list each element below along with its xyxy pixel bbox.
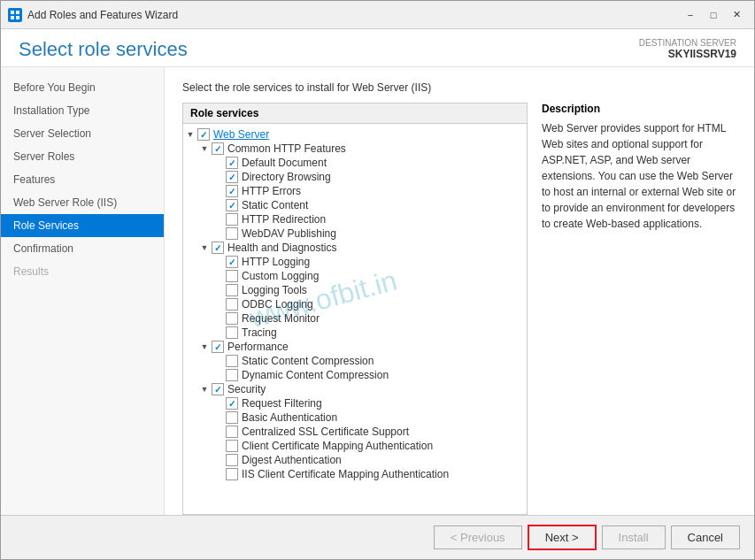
previous-button[interactable]: < Previous (434, 525, 522, 549)
tree-node[interactable]: HTTP Redirection (183, 212, 527, 226)
description-pane: Description Web Server provides support … (542, 103, 736, 515)
tree-node[interactable]: ▼Health and Diagnostics (183, 241, 527, 255)
sidebar-item[interactable]: Features (1, 168, 164, 191)
tree-checkbox[interactable] (226, 411, 238, 424)
tree-checkbox[interactable] (226, 270, 238, 282)
sidebar-item[interactable]: Confirmation (1, 237, 164, 260)
tree-checkbox[interactable] (226, 440, 238, 452)
tree-node[interactable]: Request Monitor (183, 311, 527, 326)
tree-checkbox[interactable] (226, 454, 238, 466)
sidebar-item[interactable]: Installation Type (1, 99, 164, 122)
tree-node-label: Digest Authentication (242, 454, 342, 466)
tree-checkbox[interactable] (226, 312, 238, 325)
sidebar-item[interactable]: Server Roles (1, 145, 164, 168)
sidebar: Before You BeginInstallation TypeServer … (1, 67, 165, 515)
tree-node-label: Common HTTP Features (227, 142, 346, 155)
role-services-pane: Role services ▼Web Server▼Common HTTP Fe… (182, 103, 528, 515)
tree-node[interactable]: ▼Web Server (183, 127, 527, 142)
tree-node[interactable]: Directory Browsing (183, 170, 527, 184)
sidebar-item[interactable]: Role Services (1, 214, 164, 237)
tree-checkbox[interactable] (226, 284, 238, 296)
tree-node[interactable]: ▼Common HTTP Features (183, 142, 527, 156)
tree-node[interactable]: ▼Security (183, 382, 527, 396)
tree-node-label: Health and Diagnostics (227, 242, 336, 254)
tree-container[interactable]: ▼Web Server▼Common HTTP FeaturesDefault … (183, 124, 527, 514)
tree-node[interactable]: Digest Authentication (183, 453, 527, 467)
tree-node[interactable]: Static Content (183, 198, 527, 212)
page-title: Select role services (19, 38, 188, 61)
install-button[interactable]: Install (602, 525, 666, 549)
tree-expander: ▼ (183, 130, 197, 139)
cancel-button[interactable]: Cancel (671, 525, 740, 549)
role-services-header: Role services (183, 104, 527, 124)
sidebar-item: Results (1, 260, 164, 283)
tree-node[interactable]: Request Filtering (183, 396, 527, 410)
sidebar-item[interactable]: Server Selection (1, 122, 164, 145)
description-text: Web Server provides support for HTML Web… (542, 120, 736, 232)
tree-node[interactable]: Basic Authentication (183, 410, 527, 425)
tree-node[interactable]: IIS Client Certificate Mapping Authentic… (183, 467, 527, 481)
tree-node-label: Security (227, 383, 266, 395)
content-area: Before You BeginInstallation TypeServer … (1, 67, 754, 515)
tree-node-label: Logging Tools (242, 284, 307, 296)
next-button[interactable]: Next > (528, 525, 597, 550)
main-content: Select the role services to install for … (165, 67, 754, 515)
dest-server-value: SKYIISSRV19 (639, 48, 736, 60)
tree-node[interactable]: Default Document (183, 156, 527, 170)
tree-checkbox[interactable] (226, 171, 238, 183)
tree-checkbox[interactable] (212, 383, 224, 395)
tree-checkbox[interactable] (226, 397, 238, 410)
tree-node-label: HTTP Logging (242, 256, 310, 268)
close-button[interactable]: ✕ (726, 4, 747, 26)
tree-node-label: ODBC Logging (242, 298, 313, 311)
tree-node-label: Centralized SSL Certificate Support (242, 426, 409, 438)
tree-checkbox[interactable] (226, 213, 238, 226)
app-icon (8, 8, 22, 22)
tree-node-label: WebDAV Publishing (242, 227, 336, 240)
tree-node-label: Client Certificate Mapping Authenticatio… (242, 440, 433, 452)
tree-node[interactable]: HTTP Errors (183, 184, 527, 198)
tree-checkbox[interactable] (226, 369, 238, 381)
tree-checkbox[interactable] (226, 326, 238, 339)
tree-node[interactable]: Custom Logging (183, 269, 527, 283)
sidebar-item[interactable]: Web Server Role (IIS) (1, 191, 164, 214)
tree-checkbox[interactable] (226, 157, 238, 169)
tree-node[interactable]: Client Certificate Mapping Authenticatio… (183, 439, 527, 453)
tree-checkbox[interactable] (226, 199, 238, 211)
tree-checkbox[interactable] (226, 426, 238, 438)
header-bar: Select role services DESTINATION SERVER … (1, 29, 754, 67)
sidebar-item[interactable]: Before You Begin (1, 76, 164, 99)
tree-node[interactable]: ▼Performance (183, 340, 527, 354)
tree-node[interactable]: HTTP Logging (183, 255, 527, 269)
window-title: Add Roles and Features Wizard (27, 9, 680, 21)
tree-node[interactable]: ODBC Logging (183, 297, 527, 311)
tree-node[interactable]: Dynamic Content Compression (183, 368, 527, 382)
description-header: Description (542, 103, 736, 115)
tree-node[interactable]: Tracing (183, 326, 527, 340)
tree-node-label: Basic Authentication (242, 411, 337, 424)
tree-checkbox[interactable] (226, 185, 238, 197)
tree-checkbox[interactable] (226, 227, 238, 240)
tree-node-label: IIS Client Certificate Mapping Authentic… (242, 468, 449, 480)
tree-expander: ▼ (197, 144, 212, 153)
tree-checkbox[interactable] (212, 142, 224, 155)
tree-node-label: Tracing (242, 326, 277, 339)
maximize-button[interactable]: □ (703, 4, 724, 26)
tree-checkbox[interactable] (197, 128, 210, 141)
tree-checkbox[interactable] (212, 341, 224, 353)
tree-checkbox[interactable] (226, 355, 238, 367)
title-controls: − □ ✕ (680, 4, 747, 26)
tree-node[interactable]: WebDAV Publishing (183, 226, 527, 241)
tree-checkbox[interactable] (226, 298, 238, 311)
footer: < Previous Next > Install Cancel (1, 515, 754, 559)
tree-checkbox[interactable] (226, 468, 238, 480)
main-window: Add Roles and Features Wizard − □ ✕ Sele… (0, 0, 755, 560)
tree-node[interactable]: Centralized SSL Certificate Support (183, 425, 527, 439)
svg-rect-0 (11, 11, 14, 14)
tree-checkbox[interactable] (226, 256, 238, 268)
tree-node[interactable]: Logging Tools (183, 283, 527, 297)
minimize-button[interactable]: − (680, 4, 701, 26)
tree-node[interactable]: Static Content Compression (183, 354, 527, 368)
tree-expander: ▼ (197, 385, 212, 394)
tree-checkbox[interactable] (212, 242, 224, 254)
